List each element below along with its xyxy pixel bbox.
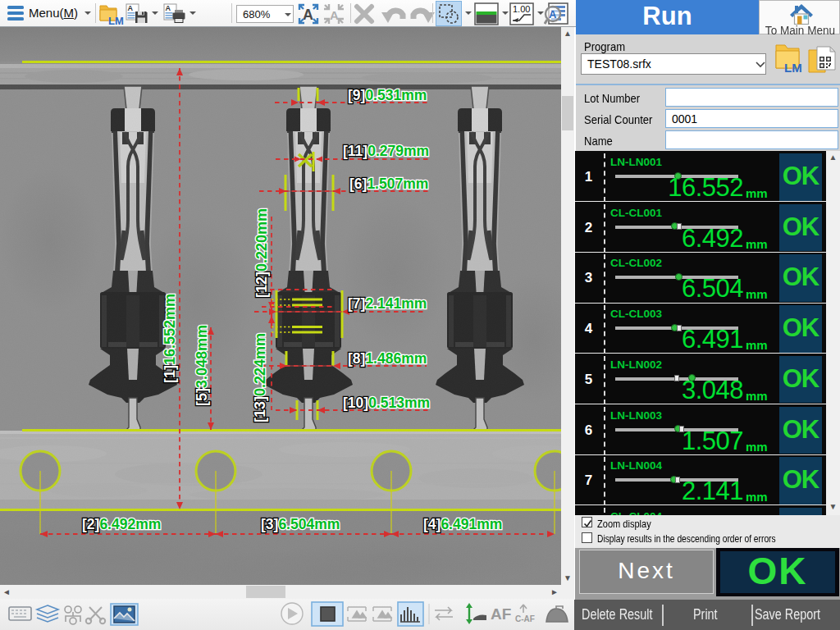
svg-text:A: A [128,4,134,12]
svg-text:A: A [330,8,339,22]
svg-text:A: A [549,8,557,21]
svg-text:A: A [166,4,171,12]
svg-text:[8]1.486mm: [8]1.486mm [348,350,427,367]
svg-text:[4]6.491mm: [4]6.491mm [423,516,502,532]
svg-text:[3]6.504mm: [3]6.504mm [261,516,340,532]
svg-text:1.00: 1.00 [513,4,530,14]
svg-text:[11]0.279mm: [11]0.279mm [343,143,429,159]
svg-text:[10]0.513mm: [10]0.513mm [343,395,430,411]
svg-text:[2]6.492mm: [2]6.492mm [82,516,161,532]
svg-text:[5]3.048mm: [5]3.048mm [194,325,210,406]
svg-text:LM: LM [108,15,124,25]
svg-text:AF: AF [491,605,511,623]
svg-text:LM: LM [784,61,802,75]
svg-text:[7]2.141mm: [7]2.141mm [348,295,427,312]
svg-text:[13]0.224mm: [13]0.224mm [252,333,268,422]
svg-text:[1]16.552mm: [1]16.552mm [162,294,178,383]
svg-text:[9]0.531mm: [9]0.531mm [348,87,427,103]
svg-text:[12]0.220mm: [12]0.220mm [253,208,270,298]
svg-text:C-AF: C-AF [515,614,535,623]
svg-text:A: A [303,7,313,23]
svg-text:[6]1.507mm: [6]1.507mm [349,176,428,192]
